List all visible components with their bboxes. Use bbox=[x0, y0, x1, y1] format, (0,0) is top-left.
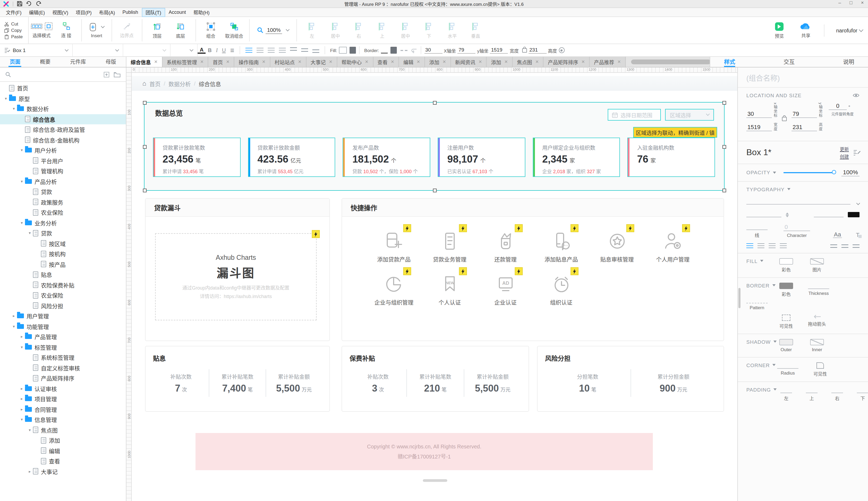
border-color-swatch[interactable] bbox=[390, 47, 397, 54]
menu-item[interactable]: 视图(V) bbox=[49, 8, 72, 17]
font-size-field[interactable] bbox=[746, 210, 781, 217]
close-tab-icon[interactable]: ✕ bbox=[581, 60, 585, 64]
corner-radius-field[interactable]: Radius bbox=[777, 362, 799, 375]
close-tab-icon[interactable]: ✕ bbox=[365, 60, 368, 64]
design-canvas[interactable]: 0100200300400500600700800900100011001200… bbox=[126, 67, 737, 501]
search-icon[interactable] bbox=[5, 72, 11, 77]
tree-item[interactable]: ▾信息管理 bbox=[0, 414, 126, 425]
close-tab-icon[interactable]: ✕ bbox=[504, 60, 508, 64]
tree-item[interactable]: ▾标签管理 bbox=[0, 342, 126, 352]
widget-style-dropdown[interactable]: Box 1 bbox=[0, 44, 73, 56]
preview-button[interactable]: 预览 bbox=[768, 22, 791, 39]
doc-tab[interactable]: 帮助中心✕ bbox=[337, 57, 373, 67]
close-tab-icon[interactable]: ✕ bbox=[226, 60, 229, 64]
doc-tab[interactable]: 综合信息✕ bbox=[126, 57, 162, 67]
border-pattern-button[interactable] bbox=[400, 50, 407, 51]
menu-item[interactable]: 项目(P) bbox=[72, 8, 95, 17]
sidebar-tab-页面[interactable]: 页面 bbox=[9, 57, 22, 67]
doc-tab[interactable]: 查看✕ bbox=[373, 57, 399, 67]
close-tab-icon[interactable]: ✕ bbox=[154, 60, 158, 64]
minimize-button[interactable]: – bbox=[838, 0, 841, 5]
tree-item[interactable]: 系统标签管理 bbox=[0, 352, 126, 363]
close-tab-icon[interactable]: ✕ bbox=[298, 60, 301, 64]
selection-handle[interactable] bbox=[722, 189, 726, 192]
border-line-swatch[interactable] bbox=[381, 47, 387, 54]
doc-tab[interactable]: 添加✕ bbox=[425, 57, 451, 67]
font-size-dropdown[interactable] bbox=[171, 44, 197, 56]
menu-item[interactable]: 编辑(E) bbox=[25, 8, 49, 17]
tree-item[interactable]: 平台用户 bbox=[0, 156, 126, 166]
tree-item[interactable]: ▸用户管理 bbox=[0, 311, 126, 321]
stat-card[interactable]: 用户绑定企业与组织数 2,345家 企业 2,018 家，组织 327 家 bbox=[533, 138, 620, 177]
group-name-input[interactable]: (组合名称) bbox=[738, 67, 868, 88]
caret-down-icon[interactable]: ▾ bbox=[19, 417, 24, 422]
zoom-control[interactable]: 100% bbox=[253, 27, 293, 34]
stat-card[interactable]: 贷款累计放款金额 423.56亿元 累计申请 553,45 亿元 bbox=[248, 138, 335, 177]
inspector-tab-样式[interactable]: 样式 bbox=[724, 57, 735, 67]
padding-bottom-field[interactable]: 下 bbox=[854, 386, 868, 401]
tree-item[interactable]: 管理机构 bbox=[0, 166, 126, 176]
font-color-field[interactable] bbox=[814, 210, 844, 217]
create-style-link[interactable]: 创建 bbox=[840, 153, 849, 159]
tree-item[interactable]: 农业保险 bbox=[0, 290, 126, 300]
close-tab-icon[interactable]: ✕ bbox=[442, 60, 446, 64]
y-field[interactable]: 79 bbox=[792, 110, 817, 118]
italic-button[interactable]: I bbox=[214, 47, 220, 53]
chart-placeholder[interactable]: Axhub Charts 漏斗图 通过Group内data和config中继器可… bbox=[155, 233, 317, 320]
caret-down-icon[interactable]: ▾ bbox=[27, 231, 32, 236]
tree-item[interactable]: 按区域 bbox=[0, 238, 126, 249]
tree-item[interactable]: 按机构 bbox=[0, 249, 126, 259]
border-color-button[interactable]: 彩色 bbox=[777, 283, 795, 297]
tree-item[interactable]: 农险保费补贴 bbox=[0, 280, 126, 290]
sidebar-tab-母版[interactable]: 母版 bbox=[104, 57, 117, 67]
caret-right-icon[interactable]: ▸ bbox=[27, 469, 32, 474]
tree-item[interactable]: 首页 bbox=[0, 83, 126, 93]
width-field[interactable]: 1519 bbox=[746, 124, 772, 131]
caret-down-icon[interactable]: ▾ bbox=[3, 96, 9, 101]
stat-card[interactable]: 注册用户数 98,107个 已实名认证 67,103 个 bbox=[438, 138, 525, 177]
close-tab-icon[interactable]: ✕ bbox=[391, 60, 394, 64]
doc-tab[interactable]: 添加✕ bbox=[487, 57, 513, 67]
select-mode-button[interactable]: 选择模式 bbox=[29, 22, 55, 38]
tree-item[interactable]: 查看 bbox=[0, 456, 126, 466]
bold-button[interactable]: B bbox=[206, 47, 214, 53]
opacity-value[interactable]: 100% bbox=[842, 169, 859, 176]
tree-item[interactable]: ▸产品管理 bbox=[0, 331, 126, 342]
menu-item[interactable]: 文件(F) bbox=[2, 8, 25, 17]
tree-item[interactable]: ▾功能管理 bbox=[0, 321, 126, 331]
corner-visibility-button[interactable]: 可见性 bbox=[811, 362, 829, 376]
quick-action[interactable]: NEW 个人认证 bbox=[422, 274, 478, 306]
ungroup-button[interactable]: 取消组合 bbox=[223, 22, 246, 39]
selection-handle[interactable] bbox=[143, 145, 147, 149]
stat-card[interactable]: 贷款累计放款笔数 23,456笔 累计申请 33,456 笔 bbox=[153, 138, 240, 177]
tree-item[interactable]: ▸项目管理 bbox=[0, 394, 126, 404]
sidebar-tab-元件库[interactable]: 元件库 bbox=[69, 57, 87, 67]
doc-tab[interactable]: 村站站点✕ bbox=[270, 57, 306, 67]
font-color-button[interactable]: A bbox=[197, 47, 206, 54]
valign-middle-button[interactable] bbox=[301, 49, 308, 52]
text-valign-top-button[interactable] bbox=[830, 244, 837, 248]
tree-item[interactable]: ▾数据分析 bbox=[0, 104, 126, 114]
canvas-horizontal-scrollbar[interactable] bbox=[423, 479, 447, 482]
align-center-button[interactable] bbox=[257, 48, 264, 53]
font-family-field[interactable] bbox=[746, 197, 850, 204]
close-tab-icon[interactable]: ✕ bbox=[200, 60, 203, 64]
breadcrumb-item[interactable]: 综合信息 bbox=[199, 79, 221, 87]
fill-color-button[interactable]: 彩色 bbox=[777, 258, 795, 272]
tree-item[interactable]: ▸合同管理 bbox=[0, 404, 126, 414]
caret-right-icon[interactable]: ▸ bbox=[19, 386, 24, 391]
quick-action[interactable]: 添加贷款产品 bbox=[366, 231, 422, 263]
close-tab-icon[interactable]: ✕ bbox=[329, 60, 332, 64]
caret-right-icon[interactable]: ▸ bbox=[11, 314, 17, 319]
tree-item[interactable]: 贷款 bbox=[0, 186, 126, 197]
padding-top-field[interactable]: 上 bbox=[803, 386, 821, 401]
height-input[interactable]: 231 bbox=[528, 47, 546, 54]
bring-to-front-button[interactable]: 顶层 bbox=[146, 22, 169, 39]
tree-item[interactable]: 农业保险 bbox=[0, 207, 126, 217]
tree-item[interactable]: 贴息 bbox=[0, 269, 126, 280]
selection-handle[interactable] bbox=[722, 101, 726, 105]
caret-right-icon[interactable]: ▸ bbox=[19, 407, 24, 412]
border-visibility-button[interactable]: 可见性 bbox=[777, 314, 795, 329]
tree-item[interactable]: 综合信息-政府及监管 bbox=[0, 124, 126, 135]
caret-down-icon[interactable]: ▾ bbox=[19, 221, 24, 225]
